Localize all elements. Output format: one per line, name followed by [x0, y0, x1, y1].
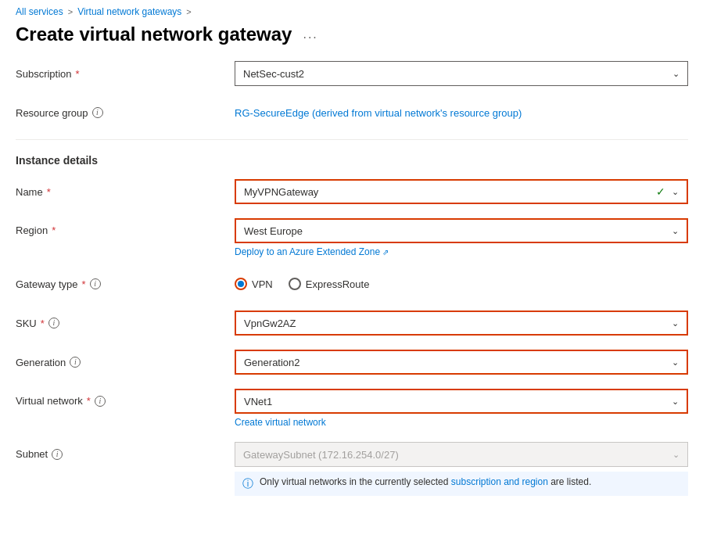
create-virtual-network-link[interactable]: Create virtual network	[235, 417, 688, 428]
name-check-icon: ✓	[656, 185, 665, 198]
name-value-col: MyVPNGateway ✓ ⌄	[235, 179, 688, 204]
breadcrumb-virtual-network-gateways[interactable]: Virtual network gateways	[77, 6, 181, 17]
gateway-type-radio-group: VPN ExpressRoute	[235, 278, 688, 290]
generation-value-col: Generation2 ⌄	[235, 350, 688, 375]
breadcrumb: All services > Virtual network gateways …	[0, 0, 728, 20]
region-value-col: West Europe ⌄ Deploy to an Azure Extende…	[235, 218, 688, 257]
subnet-info-icon[interactable]: i	[52, 449, 63, 460]
name-label-col: Name *	[16, 186, 235, 198]
virtual-network-chevron-icon: ⌄	[672, 397, 679, 407]
name-row: Name * MyVPNGateway ✓ ⌄	[16, 179, 688, 204]
generation-row: Generation i Generation2 ⌄	[16, 350, 688, 375]
vpn-label: VPN	[252, 278, 273, 290]
sku-value-col: VpnGw2AZ ⌄	[235, 311, 688, 336]
subnet-label-col: Subnet i	[16, 442, 235, 460]
virtual-network-value-col: VNet1 ⌄ Create virtual network	[235, 389, 688, 428]
breadcrumb-sep-1: >	[68, 7, 73, 16]
virtual-network-dropdown[interactable]: VNet1 ⌄	[235, 389, 688, 414]
instance-details-header: Instance details	[16, 154, 688, 167]
resource-group-row: Resource group i RG-SecureEdge (derived …	[16, 100, 688, 125]
subscription-value-col: NetSec-cust2 ⌄	[235, 61, 688, 86]
external-link-icon: ⇗	[382, 248, 389, 257]
expressroute-radio-circle[interactable]	[289, 278, 301, 290]
region-required: *	[52, 224, 56, 236]
vpn-radio-circle[interactable]	[235, 278, 247, 290]
gateway-type-required: *	[82, 278, 86, 290]
resource-group-info-icon[interactable]: i	[92, 107, 103, 118]
virtual-network-required: *	[87, 395, 91, 407]
region-chevron-icon: ⌄	[672, 226, 679, 236]
subnet-chevron-icon: ⌄	[672, 450, 680, 460]
name-value: MyVPNGateway	[244, 186, 318, 198]
virtual-network-label-col: Virtual network * i	[16, 389, 235, 407]
virtual-network-row: Virtual network * i VNet1 ⌄ Create virtu…	[16, 389, 688, 428]
generation-chevron-icon: ⌄	[672, 357, 679, 368]
sku-label: SKU	[16, 318, 37, 329]
name-dropdown-inner: MyVPNGateway ✓ ⌄	[244, 185, 679, 198]
gateway-type-value-col: VPN ExpressRoute	[235, 278, 688, 290]
gateway-type-label-col: Gateway type * i	[16, 278, 235, 290]
expressroute-label: ExpressRoute	[306, 278, 370, 290]
sku-info-icon[interactable]: i	[48, 318, 59, 328]
region-label-col: Region *	[16, 218, 235, 236]
subnet-value-col: GatewaySubnet (172.16.254.0/27) ⌄ ⓘ Only…	[235, 442, 688, 496]
resource-group-value: RG-SecureEdge (derived from virtual netw…	[235, 104, 522, 119]
generation-label: Generation	[16, 357, 66, 368]
page-header: Create virtual network gateway ...	[0, 20, 728, 61]
vpn-radio-inner	[238, 281, 244, 287]
gateway-type-expressroute-option[interactable]: ExpressRoute	[289, 278, 370, 290]
subscription-label: Subscription *	[16, 68, 235, 80]
subscription-dropdown[interactable]: NetSec-cust2 ⌄	[235, 61, 688, 86]
subscription-value: NetSec-cust2	[243, 68, 304, 80]
subnet-label: Subnet	[16, 448, 48, 460]
form-container: Subscription * NetSec-cust2 ⌄ Resource g…	[0, 61, 704, 526]
sku-value: VpnGw2AZ	[244, 318, 296, 329]
resource-group-label: Resource group	[16, 107, 88, 119]
info-bar: ⓘ Only virtual networks in the currently…	[235, 472, 688, 496]
resource-group-label-col: Resource group i	[16, 107, 235, 119]
subscription-required: *	[76, 68, 80, 80]
virtual-network-label: Virtual network	[16, 395, 83, 407]
name-chevron-icon: ⌄	[672, 187, 679, 197]
subnet-row: Subnet i GatewaySubnet (172.16.254.0/27)…	[16, 442, 688, 496]
subnet-value: GatewaySubnet (172.16.254.0/27)	[243, 449, 399, 461]
sku-label-col: SKU * i	[16, 318, 235, 329]
gateway-type-info-icon[interactable]: i	[90, 278, 101, 289]
gateway-type-row: Gateway type * i VPN ExpressRoute	[16, 271, 688, 296]
virtual-network-value: VNet1	[244, 396, 272, 407]
breadcrumb-all-services[interactable]: All services	[16, 6, 63, 17]
name-dropdown[interactable]: MyVPNGateway ✓ ⌄	[235, 179, 688, 204]
ellipsis-button[interactable]: ...	[299, 26, 321, 43]
sku-chevron-icon: ⌄	[672, 318, 679, 328]
region-value: West Europe	[244, 225, 303, 237]
page-title: Create virtual network gateway	[16, 23, 292, 45]
info-bar-text: Only virtual networks in the currently s…	[260, 476, 591, 487]
resource-group-value-col: RG-SecureEdge (derived from virtual netw…	[235, 107, 688, 119]
region-label: Region	[16, 224, 48, 236]
gateway-type-label: Gateway type	[16, 278, 78, 290]
virtual-network-info-icon[interactable]: i	[95, 396, 106, 407]
name-required: *	[47, 186, 51, 198]
sku-required: *	[41, 318, 45, 329]
gateway-type-vpn-option[interactable]: VPN	[235, 278, 273, 290]
subnet-dropdown: GatewaySubnet (172.16.254.0/27) ⌄	[235, 442, 688, 467]
generation-dropdown[interactable]: Generation2 ⌄	[235, 350, 688, 375]
generation-info-icon[interactable]: i	[70, 357, 81, 368]
subscription-chevron-icon: ⌄	[672, 69, 680, 79]
sku-row: SKU * i VpnGw2AZ ⌄	[16, 311, 688, 336]
section-divider	[16, 139, 688, 140]
breadcrumb-sep-2: >	[186, 7, 191, 16]
generation-label-col: Generation i	[16, 357, 235, 368]
azure-extended-zone-link[interactable]: Deploy to an Azure Extended Zone ⇗	[235, 246, 688, 257]
region-row: Region * West Europe ⌄ Deploy to an Azur…	[16, 218, 688, 257]
subscription-row: Subscription * NetSec-cust2 ⌄	[16, 61, 688, 86]
sku-dropdown[interactable]: VpnGw2AZ ⌄	[235, 311, 688, 336]
info-bar-icon: ⓘ	[242, 477, 253, 491]
name-label: Name	[16, 186, 43, 198]
generation-value: Generation2	[244, 357, 300, 368]
region-dropdown[interactable]: West Europe ⌄	[235, 218, 688, 243]
